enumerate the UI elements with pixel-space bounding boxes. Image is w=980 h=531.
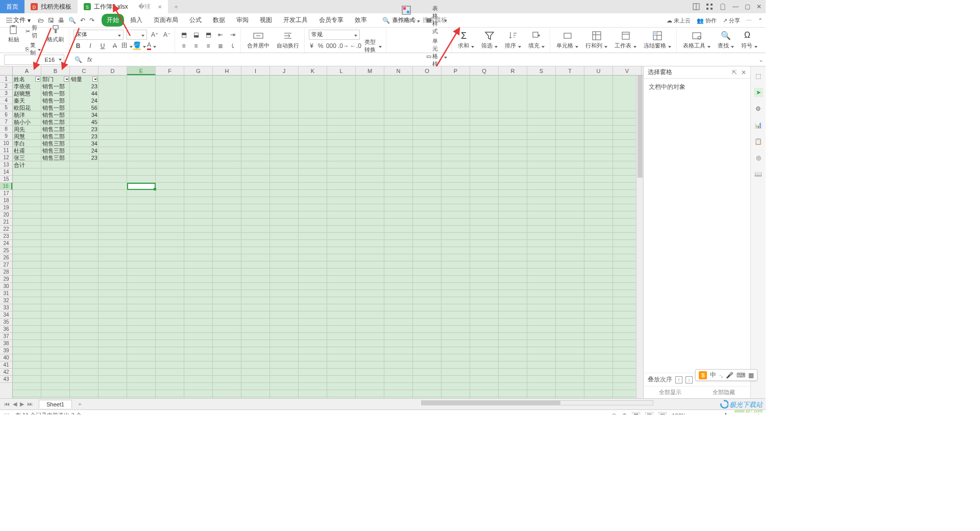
align-left-icon[interactable]: ≡ bbox=[179, 41, 188, 51]
wrap-button[interactable]: 自动换行 bbox=[275, 30, 301, 51]
cell-A6[interactable]: 杨洋 bbox=[13, 111, 41, 118]
row-header-24[interactable]: 24 bbox=[0, 240, 12, 247]
pane-pin-icon[interactable]: ⇱ bbox=[732, 69, 737, 76]
col-header-H[interactable]: H bbox=[213, 66, 241, 75]
align-right-icon[interactable]: ≡ bbox=[204, 41, 213, 51]
row-header-19[interactable]: 19 bbox=[0, 204, 12, 211]
row-header-1[interactable]: 1 bbox=[0, 76, 12, 83]
cell-C11[interactable]: 24 bbox=[70, 147, 99, 154]
col-header-A[interactable]: A bbox=[13, 66, 41, 75]
fx-button[interactable]: fx bbox=[87, 56, 92, 63]
fill-color-button[interactable]: 🪣 bbox=[135, 41, 144, 51]
currency-icon[interactable]: ¥ bbox=[309, 41, 314, 51]
select-all-corner[interactable] bbox=[0, 66, 13, 75]
tab-start[interactable]: 开始 bbox=[102, 14, 124, 27]
format-painter-button[interactable]: 格式刷 bbox=[45, 23, 66, 57]
font-name-select[interactable]: 宋体 bbox=[74, 30, 124, 40]
underline-button[interactable]: U bbox=[98, 41, 107, 51]
layout-icon[interactable] bbox=[693, 3, 700, 10]
percent-icon[interactable]: % bbox=[317, 41, 323, 51]
cell-B5[interactable]: 销售一部 bbox=[41, 104, 70, 111]
align-justify-icon[interactable]: ≣ bbox=[216, 41, 225, 51]
row-header-35[interactable]: 35 bbox=[0, 319, 12, 326]
cut-button[interactable]: ✂剪切 bbox=[24, 23, 42, 40]
vscrollbar[interactable] bbox=[636, 76, 643, 398]
bring-forward-icon[interactable]: ↑ bbox=[675, 376, 682, 383]
row-header-21[interactable]: 21 bbox=[0, 219, 12, 226]
ime-bar[interactable]: S 中 ·, 🎤 ⌨ ▦ bbox=[695, 369, 757, 381]
cell-C9[interactable]: 23 bbox=[70, 133, 99, 140]
freeze-button[interactable]: 冻结窗格 bbox=[642, 30, 673, 51]
col-header-G[interactable]: G bbox=[184, 66, 213, 75]
cell-A1[interactable]: 姓名 bbox=[13, 76, 41, 83]
symbol-button[interactable]: Ω符号 bbox=[739, 30, 760, 51]
col-header-Q[interactable]: Q bbox=[470, 66, 499, 75]
filter-button[interactable]: 筛选 bbox=[479, 30, 500, 51]
cell-B12[interactable]: 销售三部 bbox=[41, 154, 70, 161]
ime-punct-icon[interactable]: ·, bbox=[719, 372, 723, 379]
zoom-out-icon[interactable]: − bbox=[692, 413, 695, 415]
cell-A2[interactable]: 李依依 bbox=[13, 83, 41, 90]
col-header-J[interactable]: J bbox=[270, 66, 299, 75]
merge-center-button[interactable]: 合并居中 bbox=[245, 30, 272, 51]
focus-icon[interactable]: ⊕ bbox=[622, 412, 627, 415]
row-header-14[interactable]: 14 bbox=[0, 168, 12, 176]
ime-mic-icon[interactable]: 🎤 bbox=[726, 372, 733, 379]
sum-button[interactable]: Σ求和 bbox=[456, 30, 476, 51]
row-header-40[interactable]: 40 bbox=[0, 354, 12, 361]
ime-keyboard-icon[interactable]: ⌨ bbox=[737, 372, 745, 379]
arrow-tool-icon[interactable]: ➤ bbox=[754, 88, 763, 97]
row-header-8[interactable]: 8 bbox=[0, 126, 12, 133]
window-close-icon[interactable]: ✕ bbox=[756, 3, 762, 10]
cell-A9[interactable]: 周慧 bbox=[13, 133, 41, 140]
indent-dec-icon[interactable]: ⇤ bbox=[216, 30, 225, 39]
tab-view[interactable]: 视图 bbox=[255, 14, 277, 27]
cell-A13[interactable]: 合计 bbox=[13, 161, 41, 168]
clipboard-tool-icon[interactable]: 📋 bbox=[754, 137, 763, 146]
cell-C1[interactable]: 销量 bbox=[70, 76, 99, 83]
table-tools-button[interactable]: 表格工具 bbox=[681, 30, 713, 51]
italic-button[interactable]: I bbox=[86, 41, 95, 51]
more-icon[interactable]: ⋯ bbox=[746, 17, 752, 24]
row-header-37[interactable]: 37 bbox=[0, 333, 12, 340]
row-header-15[interactable]: 15 bbox=[0, 176, 12, 183]
row-header-28[interactable]: 28 bbox=[0, 269, 12, 276]
print-icon[interactable]: 🖶 bbox=[58, 17, 64, 24]
eye-icon[interactable]: 👁 bbox=[611, 413, 617, 415]
name-box[interactable]: E16 bbox=[4, 55, 64, 65]
orientation-icon[interactable]: ⤹ bbox=[228, 41, 237, 51]
row-header-10[interactable]: 10 bbox=[0, 140, 12, 147]
col-header-B[interactable]: B bbox=[41, 66, 70, 75]
row-header-3[interactable]: 3 bbox=[0, 90, 12, 97]
row-header-29[interactable]: 29 bbox=[0, 276, 12, 283]
row-header-23[interactable]: 23 bbox=[0, 233, 12, 240]
rowcol-button[interactable]: 行和列 bbox=[583, 30, 609, 51]
tab-home[interactable]: 首页 bbox=[0, 0, 24, 13]
row-header-12[interactable]: 12 bbox=[0, 154, 12, 161]
cell-C5[interactable]: 56 bbox=[70, 104, 99, 111]
col-header-T[interactable]: T bbox=[556, 66, 584, 75]
show-all-button[interactable]: 全部显示 bbox=[644, 387, 697, 398]
col-header-K[interactable]: K bbox=[299, 66, 327, 75]
cell-A5[interactable]: 欧阳花 bbox=[13, 104, 41, 111]
chart-tool-icon[interactable]: 📊 bbox=[754, 120, 763, 130]
cell-B9[interactable]: 销售二部 bbox=[41, 133, 70, 140]
row-header-16[interactable]: 16 bbox=[0, 183, 12, 190]
col-header-L[interactable]: L bbox=[327, 66, 356, 75]
cell-A10[interactable]: 李白 bbox=[13, 140, 41, 147]
dec-dec-icon[interactable]: ←.0 bbox=[351, 41, 360, 51]
row-header-42[interactable]: 42 bbox=[0, 369, 12, 376]
cell-A4[interactable]: 秦天 bbox=[13, 97, 41, 104]
tab-review[interactable]: 审阅 bbox=[231, 14, 254, 27]
save-icon[interactable]: 🖫 bbox=[48, 17, 54, 24]
row-header-25[interactable]: 25 bbox=[0, 247, 12, 254]
cell-B6[interactable]: 销售一部 bbox=[41, 111, 70, 118]
col-header-U[interactable]: U bbox=[584, 66, 613, 75]
undo-icon[interactable]: ↶ bbox=[80, 17, 85, 24]
row-header-13[interactable]: 13 bbox=[0, 161, 12, 168]
cell-B1[interactable]: 部门 bbox=[41, 76, 70, 83]
cell-B10[interactable]: 销售三部 bbox=[41, 140, 70, 147]
indent-inc-icon[interactable]: ⇥ bbox=[228, 30, 237, 39]
row-header-32[interactable]: 32 bbox=[0, 297, 12, 304]
row-header-31[interactable]: 31 bbox=[0, 290, 12, 297]
